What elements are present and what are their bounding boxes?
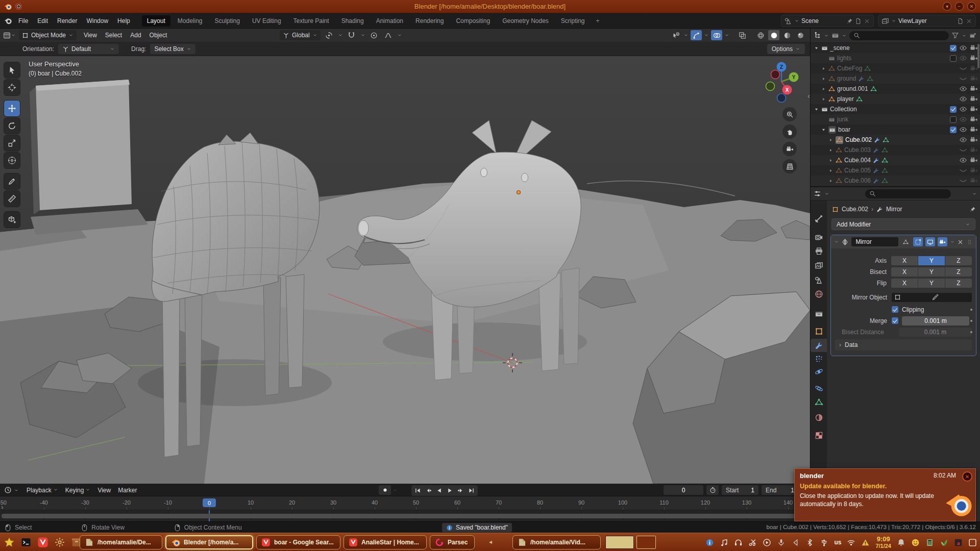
maximize-button[interactable]: − [955, 2, 964, 11]
hide-in-viewport-icon[interactable] [959, 105, 967, 113]
hide-in-viewport-icon[interactable] [959, 156, 967, 164]
zoom-button[interactable] [782, 107, 797, 121]
rotate-tool[interactable] [4, 118, 20, 134]
camera-view-button[interactable] [782, 142, 797, 156]
display-mode-icon[interactable] [831, 32, 839, 39]
blender-app-icon[interactable] [4, 17, 12, 24]
desktop-1[interactable] [605, 536, 634, 549]
menu-file[interactable]: File [14, 15, 33, 27]
outliner-row--scene[interactable]: _scene [811, 43, 980, 53]
edit-mode-toggle[interactable] [913, 237, 923, 246]
workspace-tab-sculpting[interactable]: Sculpting [210, 15, 245, 27]
disable-in-render-icon[interactable] [970, 85, 978, 93]
properties-tab-particles[interactable] [811, 352, 827, 365]
close-button[interactable]: ✕ [967, 2, 976, 11]
tray-app-smiley-icon[interactable] [911, 538, 920, 547]
mirror-bisect-y-button[interactable]: Y [918, 267, 945, 277]
shading-rendered-button[interactable] [795, 30, 806, 40]
disable-in-render-icon[interactable] [970, 156, 978, 164]
tray-app-checkbox-icon[interactable] [968, 538, 977, 547]
hide-in-viewport-icon[interactable] [959, 85, 967, 93]
bisect-distance-field[interactable]: 0.001 m [899, 328, 972, 337]
collection-checkbox[interactable] [950, 127, 957, 133]
new-scene-icon[interactable] [855, 18, 862, 24]
task-button-blender-home-a-[interactable]: Blender [/home/a... [165, 535, 253, 549]
outliner-row-cube-004[interactable]: Cube.004 [811, 155, 980, 165]
properties-tab-output[interactable] [811, 244, 827, 258]
workspace-tab-scripting[interactable]: Scripting [556, 15, 590, 27]
outliner-row-boar[interactable]: boar [811, 124, 980, 135]
drag-handle-icon[interactable] [966, 239, 973, 245]
disable-in-render-icon[interactable] [970, 54, 978, 62]
properties-search-input[interactable] [865, 189, 951, 198]
workspace-tab-uv-editing[interactable]: UV Editing [247, 15, 286, 27]
hide-in-viewport-icon[interactable] [959, 74, 967, 83]
hide-in-viewport-icon[interactable] [959, 177, 967, 185]
timeline-menu-playback[interactable]: Playback [23, 485, 62, 495]
collection-checkbox[interactable] [950, 55, 957, 62]
editor-type-icon[interactable] [3, 32, 11, 39]
drag-setting-dropdown[interactable]: Select Box [150, 44, 195, 54]
extras-menu-icon[interactable] [950, 239, 954, 244]
tray-app-calculator-icon[interactable] [925, 538, 934, 547]
tray-app-archive-a-icon[interactable]: a [954, 538, 963, 547]
frame-end-field[interactable]: End 1 [762, 485, 798, 495]
disable-in-render-icon[interactable] [970, 136, 978, 144]
outliner-row-collection[interactable]: Collection [811, 104, 980, 114]
panel-collapse-arrow[interactable]: › [1, 503, 3, 511]
current-frame-field[interactable]: 0 [664, 485, 703, 495]
breadcrumb-modifier[interactable]: Mirror [886, 206, 902, 213]
keyboard-layout-indicator[interactable]: us [834, 539, 841, 546]
outliner-scrollbar[interactable] [977, 44, 979, 68]
annotate-tool[interactable] [4, 173, 20, 189]
notification-close-button[interactable]: ✕ [962, 471, 972, 482]
mirror-flip-x-button[interactable]: X [891, 279, 918, 288]
workspace-tab-layout[interactable]: Layout [142, 15, 170, 27]
disable-in-render-icon[interactable] [970, 177, 978, 185]
merge-value-field[interactable]: 0.001 m [902, 316, 969, 325]
taskbar-clock[interactable]: 9:09 7/1/24 [875, 535, 891, 550]
disable-in-render-icon[interactable] [970, 105, 978, 113]
disable-in-render-icon[interactable] [970, 95, 978, 103]
outliner-row-junk[interactable]: junk [811, 114, 980, 124]
workspace-tab-animation[interactable]: Animation [371, 15, 408, 27]
panel-collapse-arrow[interactable]: ‹ [807, 92, 810, 100]
shading-wireframe-button[interactable] [755, 30, 766, 40]
viewport-menu-object[interactable]: Object [145, 30, 172, 41]
modifier-name-field[interactable]: Mirror [851, 237, 898, 246]
pin-icon[interactable] [846, 18, 853, 24]
timeline-menu-view[interactable]: View [94, 485, 114, 495]
properties-tab-collection[interactable] [811, 307, 827, 320]
timeline-menu-keying[interactable]: Keying [62, 485, 94, 495]
properties-tab-world[interactable] [811, 287, 827, 300]
properties-tab-constraints[interactable] [811, 382, 827, 395]
select-box-tool[interactable] [4, 62, 20, 78]
shading-solid-button[interactable] [768, 30, 779, 40]
pan-hand-button[interactable] [782, 124, 797, 139]
hide-in-viewport-icon[interactable] [959, 146, 967, 154]
menu-edit[interactable]: Edit [33, 15, 53, 27]
outliner-row-cube-003[interactable]: Cube.003 [811, 145, 980, 155]
navigation-gizmo[interactable]: Z Y X [760, 59, 803, 104]
hide-in-viewport-icon[interactable] [959, 64, 967, 72]
next-keyframe-button[interactable] [455, 486, 466, 495]
disable-in-render-icon[interactable] [970, 64, 978, 72]
editor-type-icon[interactable] [4, 486, 12, 494]
clipping-checkbox[interactable] [892, 306, 898, 313]
mirror-bisect-x-button[interactable]: X [891, 267, 918, 277]
orientation-dropdown[interactable]: Global [280, 30, 321, 40]
workspace-tab-geometry-nodes[interactable]: Geometry Nodes [497, 15, 554, 27]
proportional-editing-button[interactable] [369, 30, 380, 40]
tray-play-icon[interactable] [763, 538, 771, 547]
tray-wifi-icon[interactable] [847, 538, 855, 547]
chevron-down-icon[interactable] [972, 191, 977, 196]
taskbar-scroll-arrow[interactable]: ◂ [489, 538, 492, 545]
outliner-row-cube-005[interactable]: Cube.005 [811, 165, 980, 176]
tray-eject-icon[interactable] [791, 538, 800, 547]
properties-tab-texture[interactable] [811, 429, 827, 442]
viewport-menu-select[interactable]: Select [101, 30, 126, 41]
disable-in-render-icon[interactable] [970, 74, 978, 83]
collection-checkbox[interactable] [950, 116, 957, 123]
properties-tab-render[interactable] [811, 231, 827, 244]
show-visibility-button[interactable] [670, 30, 681, 40]
